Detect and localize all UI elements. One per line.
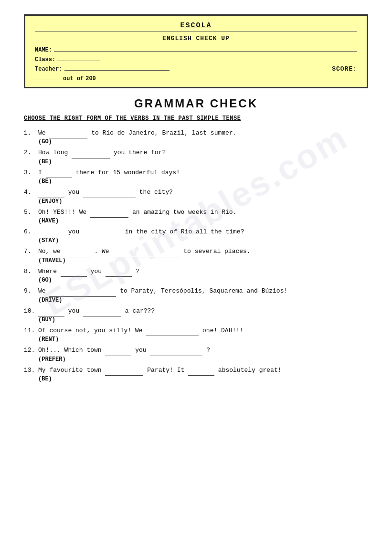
q-text-5: Oh! YES!!! We an amazing two weeks in Ri… (38, 207, 368, 218)
questions-container: 1. We to Rio de Janeiro, Brazil, last su… (24, 127, 368, 382)
escola-title: ESCOLA (35, 21, 357, 30)
q-row-12: 12. Oh!... Which town you ? (24, 345, 368, 356)
blank-6-1[interactable] (38, 231, 64, 237)
class-label: Class: (35, 56, 55, 63)
instruction: CHOOSE THE RIGHT FORM OF THE VERBS IN TH… (24, 115, 368, 122)
q-row-7: 7. No, we . We to several places. (24, 246, 368, 257)
hint-7: (TRAVEL) (38, 257, 368, 264)
q-num-4: 4. (24, 187, 38, 198)
q-row-3: 3. I there for 15 wonderful days! (24, 167, 368, 178)
question-item-8: 8. Where you ?(GO) (24, 266, 368, 284)
q-row-5: 5. Oh! YES!!! We an amazing two weeks in… (24, 207, 368, 218)
q-text-10: you a car??? (38, 305, 368, 316)
teacher-score-row: Teacher: SCORE: (35, 64, 357, 73)
blank-4-1[interactable] (38, 191, 64, 198)
q-num-5: 5. (24, 207, 38, 218)
q-text-1: We to Rio de Janeiro, Brazil, last summe… (38, 127, 368, 138)
header-box: ESCOLA ENGLISH CHECK UP NAME: Class: Tea… (24, 14, 368, 88)
blank-8-2[interactable] (106, 270, 132, 277)
teacher-label: Teacher: (35, 66, 63, 73)
hint-3: (BE) (38, 178, 368, 185)
blank-4-2[interactable] (83, 191, 136, 198)
q-num-2: 2. (24, 147, 38, 158)
q-row-6: 6. you in the city of Rio all the time? (24, 226, 368, 237)
question-item-11: 11. Of course not, you silly! We one! DA… (24, 325, 368, 343)
score-label: SCORE: (332, 65, 357, 73)
hint-8: (GO) (38, 277, 368, 284)
checkup-title: ENGLISH CHECK UP (35, 35, 357, 42)
q-row-10: 10. you a car??? (24, 305, 368, 316)
blank-3-1[interactable] (46, 171, 72, 178)
q-text-8: Where you ? (38, 266, 368, 277)
teacher-field-line (64, 64, 170, 71)
blank-7-2[interactable] (113, 251, 180, 257)
q-text-6: you in the city of Rio all the time? (38, 226, 368, 237)
question-item-9: 9. We to Paraty, Teresópolis, Saquarema … (24, 285, 368, 303)
q-num-6: 6. (24, 226, 38, 237)
question-item-5: 5. Oh! YES!!! We an amazing two weeks in… (24, 207, 368, 224)
blank-2-1[interactable] (72, 152, 110, 158)
q-row-2: 2. How long you there for? (24, 147, 368, 158)
blank-11-1[interactable] (146, 329, 199, 336)
blank-7-1[interactable] (64, 251, 91, 257)
q-num-10: 10. (24, 305, 38, 316)
class-row: Class: (35, 54, 357, 63)
q-row-11: 11. Of course not, you silly! We one! DA… (24, 325, 368, 336)
q-num-8: 8. (24, 266, 38, 277)
q-row-9: 9. We to Paraty, Teresópolis, Saquarema … (24, 285, 368, 296)
blank-1-1[interactable] (49, 132, 87, 138)
hint-5: (HAVE) (38, 218, 368, 224)
blank-13-2[interactable] (188, 369, 214, 376)
question-item-12: 12. Oh!... Which town you ?(PREFER) (24, 345, 368, 362)
hint-12: (PREFER) (38, 356, 368, 363)
out-of-value: 200 (85, 75, 96, 82)
out-of: out of 200 (35, 74, 357, 82)
hint-2: (BE) (38, 158, 368, 165)
blank-6-2[interactable] (83, 231, 121, 237)
hint-6: (STAY) (38, 237, 368, 244)
q-num-9: 9. (24, 285, 38, 296)
name-row: NAME: (35, 45, 357, 53)
q-num-13: 13. (24, 365, 38, 376)
hint-4: (ENJOY) (38, 198, 368, 205)
q-row-4: 4. you the city? (24, 187, 368, 198)
q-num-12: 12. (24, 345, 38, 356)
question-item-6: 6. you in the city of Rio all the time?(… (24, 226, 368, 244)
blank-13-1[interactable] (105, 369, 143, 376)
hint-10: (BUY) (38, 316, 368, 323)
teacher-left: Teacher: (35, 64, 332, 73)
hint-13: (BE) (38, 376, 368, 382)
q-num-1: 1. (24, 127, 38, 138)
q-text-9: We to Paraty, Teresópolis, Saquarema and… (38, 285, 368, 296)
q-row-1: 1. We to Rio de Janeiro, Brazil, last su… (24, 127, 368, 138)
q-num-11: 11. (24, 325, 38, 336)
q-num-3: 3. (24, 167, 38, 178)
hint-9: (DRIVE) (38, 297, 368, 304)
question-item-2: 2. How long you there for?(BE) (24, 147, 368, 165)
blank-10-1[interactable] (38, 310, 64, 316)
blank-10-2[interactable] (83, 310, 121, 316)
q-text-4: you the city? (38, 187, 368, 198)
blank-8-1[interactable] (61, 270, 87, 277)
q-text-7: No, we . We to several places. (38, 246, 368, 257)
blank-9-1[interactable] (49, 290, 116, 297)
grammar-title: GRAMMAR CHECK (24, 97, 368, 110)
question-item-10: 10. you a car???(BUY) (24, 305, 368, 323)
out-of-prefix: out of (63, 75, 84, 82)
q-num-7: 7. (24, 246, 38, 257)
hint-1: (GO) (38, 138, 368, 145)
q-text-11: Of course not, you silly! We one! DAH!!! (38, 325, 368, 336)
class-field-line (57, 54, 100, 61)
q-text-2: How long you there for? (38, 147, 368, 158)
name-field-line (54, 45, 357, 52)
q-text-12: Oh!... Which town you ? (38, 345, 368, 356)
blank-12-1[interactable] (105, 349, 131, 356)
blank-5-1[interactable] (90, 211, 128, 218)
blank-12-2[interactable] (150, 349, 202, 356)
question-item-4: 4. you the city?(ENJOY) (24, 187, 368, 204)
q-text-13: My favourite town Paraty! It absolutely … (38, 365, 368, 376)
question-item-7: 7. No, we . We to several places.(TRAVEL… (24, 246, 368, 263)
hint-11: (RENT) (38, 336, 368, 343)
q-row-13: 13. My favourite town Paraty! It absolut… (24, 365, 368, 376)
question-item-13: 13. My favourite town Paraty! It absolut… (24, 365, 368, 382)
